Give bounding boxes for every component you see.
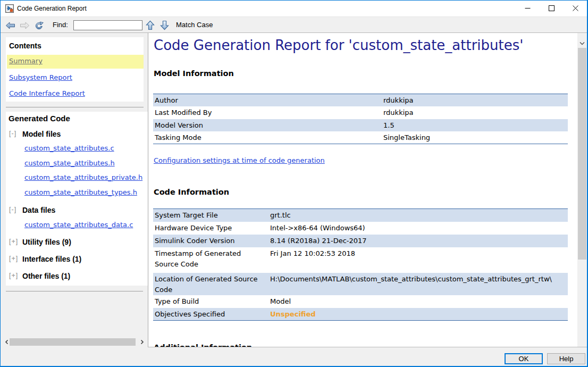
file-link[interactable]: custom_state_attributes_private.h <box>24 173 142 181</box>
scrollbar-thumb[interactable] <box>10 338 136 346</box>
find-label: Find: <box>53 17 68 32</box>
tree-file-link[interactable]: custom_state_attributes_data.c <box>6 220 148 229</box>
table-cell-value: Intel->x86-64 (Windows64) <box>268 222 568 235</box>
table-row: Model Version1.5 <box>153 119 568 132</box>
find-next-icon[interactable] <box>160 20 169 30</box>
file-link[interactable]: custom_state_attributes.h <box>24 159 115 167</box>
subsystem-report-link[interactable]: Subsystem Report <box>9 73 72 81</box>
tree-group-interface-files: [+] Interface files (1) <box>6 255 148 263</box>
close-icon <box>573 5 578 11</box>
report-document: Code Generation Report for 'custom_state… <box>148 33 577 347</box>
table-cell-value: Fri Jan 12 10:02:53 2018 <box>268 247 568 273</box>
table-cell-value: H:\Documents\MATLAB\custom_state_attribu… <box>268 273 568 295</box>
table-cell-value: Model <box>268 295 568 308</box>
group-label: Model files <box>22 130 61 138</box>
generated-code-panel: Generated Code [-] Model files custom_st… <box>6 112 148 286</box>
file-link[interactable]: custom_state_attributes_data.c <box>24 221 133 229</box>
table-row: Authorrdukkipa <box>153 94 568 107</box>
scroll-left-icon[interactable] <box>4 339 10 345</box>
table-cell-label: Author <box>153 94 382 107</box>
summary-link[interactable]: Summary <box>9 57 43 65</box>
window-border <box>0 0 1 367</box>
table-row: Location of Generated Source CodeH:\Docu… <box>153 273 568 295</box>
configuration-settings-link[interactable]: Configuration settings at time of code g… <box>154 156 325 164</box>
scrollbar-thumb[interactable] <box>578 43 586 260</box>
table-cell-label: Hardware Device Type <box>153 222 268 235</box>
app-icon <box>5 4 14 13</box>
code-interface-report-link[interactable]: Code Interface Report <box>9 89 85 97</box>
collapse-toggle-icon[interactable]: [-] <box>9 130 16 137</box>
tree-file-link[interactable]: custom_state_attributes.c <box>6 144 148 152</box>
table-cell-value: rdukkipa <box>382 94 568 107</box>
expand-toggle-icon[interactable]: [+] <box>9 238 18 245</box>
tree-file-link[interactable]: custom_state_attributes.h <box>6 159 148 167</box>
file-link[interactable]: custom_state_attributes_types.h <box>24 188 137 196</box>
sidebar-item-summary[interactable]: Summary <box>7 55 144 69</box>
match-case-label[interactable]: Match Case <box>176 17 213 32</box>
forward-icon[interactable] <box>20 22 30 29</box>
file-link[interactable]: custom_state_attributes.c <box>24 144 114 152</box>
table-row: Type of BuildModel <box>153 295 568 308</box>
refresh-icon[interactable] <box>33 21 44 30</box>
expand-toggle-icon[interactable]: [+] <box>9 255 18 262</box>
scroll-down-button[interactable] <box>577 39 587 48</box>
sidebar-item-code-interface-report[interactable]: Code Interface Report <box>6 87 144 101</box>
group-label: Data files <box>22 206 55 214</box>
table-row: Simulink Coder Version8.14 (R2018a) 21-D… <box>153 235 568 247</box>
tree-group-utility-files: [+] Utility files (9) <box>6 238 148 246</box>
back-icon[interactable] <box>5 22 15 29</box>
contents-heading: Contents <box>9 41 41 50</box>
table-row: Tasking ModeSingleTasking <box>153 131 568 144</box>
ok-button[interactable]: OK <box>505 353 543 364</box>
scroll-right-icon[interactable] <box>139 339 145 345</box>
table-cell-label: Objectives Specified <box>153 308 268 321</box>
table-cell-label: Location of Generated Source Code <box>153 273 268 295</box>
table-cell-label: System Target File <box>153 209 268 222</box>
expand-toggle-icon[interactable]: [+] <box>9 272 18 279</box>
generated-code-heading: Generated Code <box>9 114 70 123</box>
tree-group-model-files: [-] Model files <box>6 130 148 138</box>
group-label: Interface files (1) <box>22 255 81 263</box>
table-row: Objectives SpecifiedUnspecified <box>153 308 568 321</box>
table-cell-label: Tasking Mode <box>153 131 382 144</box>
find-input[interactable] <box>73 20 142 30</box>
table-cell-label: Simulink Coder Version <box>153 235 268 247</box>
minimize-button[interactable] <box>516 1 540 16</box>
button-bar: OK Help <box>1 347 587 366</box>
group-label: Utility files (9) <box>22 238 71 246</box>
table-row: Last Modified Byrdukkipa <box>153 106 568 119</box>
tree-file-link[interactable]: custom_state_attributes_private.h <box>6 173 148 181</box>
report-vertical-scrollbar[interactable] <box>577 33 587 347</box>
table-cell-label: Timestamp of Generated Source Code <box>153 247 268 273</box>
maximize-button[interactable] <box>540 1 564 16</box>
maximize-icon <box>549 5 555 11</box>
sidebar-horizontal-scrollbar[interactable] <box>4 338 145 346</box>
sidebar-item-subsystem-report[interactable]: Subsystem Report <box>6 71 144 85</box>
find-toolbar: Find: Match Case <box>1 16 587 33</box>
window: Code Generation Report Find: <box>0 0 588 367</box>
tree-group-other-files: [+] Other files (1) <box>6 272 148 280</box>
sidebar: Contents Summary Subsystem Report Code I… <box>6 33 148 347</box>
table-cell-value: 8.14 (R2018a) 21-Dec-2017 <box>268 235 568 247</box>
help-button[interactable]: Help <box>547 353 585 364</box>
additional-information-heading: Additional Information <box>154 343 252 347</box>
tree-file-link[interactable]: custom_state_attributes_types.h <box>6 188 148 196</box>
minimize-icon <box>525 5 531 11</box>
table-cell-label: Model Version <box>153 119 382 132</box>
contents-panel: Contents Summary Subsystem Report Code I… <box>6 37 144 102</box>
table-row: System Target Filegrt.tlc <box>153 209 568 222</box>
sidebar-divider <box>6 291 143 291</box>
model-information-table: Authorrdukkipa Last Modified Byrdukkipa … <box>153 94 568 144</box>
scroll-down-icon <box>579 41 585 45</box>
collapse-toggle-icon[interactable]: [-] <box>9 206 16 213</box>
close-button[interactable] <box>564 1 587 16</box>
window-border <box>0 0 588 1</box>
title-bar: Code Generation Report <box>1 1 587 16</box>
sidebar-divider <box>6 107 144 107</box>
model-information-heading: Model Information <box>154 69 234 78</box>
table-cell-label: Last Modified By <box>153 106 382 119</box>
table-cell-value: rdukkipa <box>382 106 568 119</box>
group-label: Other files (1) <box>22 272 70 280</box>
code-information-heading: Code Information <box>154 188 229 196</box>
find-previous-icon[interactable] <box>146 20 155 30</box>
